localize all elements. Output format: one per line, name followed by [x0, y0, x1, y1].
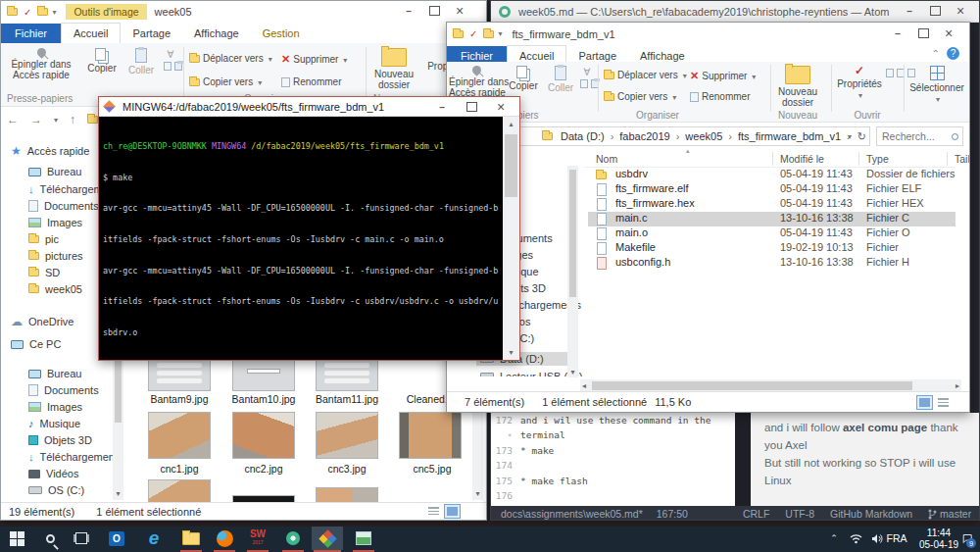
paste-button[interactable]: Coller: [543, 66, 578, 93]
file-label[interactable]: cnc2.jpg: [224, 463, 303, 475]
sidebar-onedrive[interactable]: ☁OneDrive: [11, 315, 74, 328]
move-to-button[interactable]: Déplacer vers: [604, 70, 687, 80]
column-header-taille[interactable]: Taille: [955, 153, 970, 165]
minimize-button[interactable]: [427, 97, 457, 117]
sidebar-pc-telechargements[interactable]: ↓Téléchargements: [28, 451, 123, 463]
tab-fichier[interactable]: Fichier: [1, 24, 61, 43]
file-label[interactable]: Bantam9.jpg: [140, 393, 219, 405]
breadcrumb-fts-firmware[interactable]: fts_firmware_bdm_v1: [738, 130, 841, 142]
scroll-up-icon[interactable]: ▴: [503, 120, 519, 128]
sidebar-ce-pc[interactable]: Ce PC: [11, 338, 61, 350]
minimize-button[interactable]: [396, 1, 421, 21]
qat-dropdown-icon[interactable]: ▾: [498, 29, 502, 38]
file-label[interactable]: Bantam11.jpg: [308, 393, 386, 405]
file-label[interactable]: Bantam10.jpg: [224, 393, 303, 405]
open-small-buttons[interactable]: [886, 67, 900, 79]
maximize-button[interactable]: [922, 1, 948, 21]
qat-check-icon[interactable]: ✓: [469, 28, 477, 39]
taskbar-atom[interactable]: [278, 527, 308, 550]
scroll-down-icon[interactable]: ▾: [503, 348, 519, 357]
tab-gestion[interactable]: Gestion: [251, 24, 312, 43]
pane-divider[interactable]: [735, 413, 751, 506]
qat-dropdown-icon[interactable]: ▾: [52, 8, 56, 17]
maximize-button[interactable]: [910, 24, 936, 43]
sidebar-item-week05[interactable]: week05: [28, 283, 82, 295]
sidebar-pc-objets3d[interactable]: Objets 3D: [28, 434, 92, 446]
file-row-elf[interactable]: fts_firmware.elf 05-04-19 11:43 Fichier …: [584, 182, 956, 197]
delete-button[interactable]: ✕Supprimer: [281, 53, 347, 66]
taskbar-solidworks[interactable]: SW 2017: [243, 527, 272, 550]
sidebar-item-bureau[interactable]: Bureau: [28, 166, 81, 177]
select-button[interactable]: Sélectionner: [907, 66, 966, 105]
terminal-scrollbar[interactable]: ▴ ▾: [503, 117, 519, 360]
properties-button[interactable]: ✓ Propriétés: [835, 66, 884, 101]
minimize-button[interactable]: [885, 24, 910, 43]
sidebar-item-images[interactable]: Images: [28, 217, 82, 228]
close-button[interactable]: [486, 97, 515, 117]
help-icon[interactable]: ?: [947, 47, 959, 60]
sidebar-pc-documents[interactable]: Documents: [28, 384, 99, 396]
view-list-icon[interactable]: [425, 504, 442, 519]
copy-button[interactable]: Copier: [81, 48, 122, 74]
file-row-main-o[interactable]: main.o 05-04-19 11:43 Fichier O: [584, 226, 956, 241]
tab-partage[interactable]: Partage: [121, 24, 182, 43]
clipboard-small-buttons[interactable]: ∀: [164, 49, 177, 73]
sidebar-item-sd[interactable]: SD: [28, 267, 60, 278]
editor-pane[interactable]: 172and i wil use these command in the •t…: [491, 413, 735, 506]
paste-shortcut-icon[interactable]: [174, 62, 182, 71]
status-cursor-position[interactable]: 167:50: [657, 508, 688, 520]
column-header-nom[interactable]: Nom: [596, 153, 617, 165]
sidebar-pc-videos[interactable]: Vidéos: [28, 468, 78, 479]
status-encoding[interactable]: UTF-8: [785, 508, 814, 520]
delete-button[interactable]: ✕Supprimer: [690, 70, 756, 82]
preview-link[interactable]: axel comu page: [843, 422, 927, 433]
qat-folder-icon[interactable]: [483, 30, 494, 38]
taskbar-firefox[interactable]: [210, 527, 239, 550]
qat-folder-icon[interactable]: [37, 8, 48, 16]
rename-button[interactable]: Renommer: [281, 76, 341, 87]
file-row-usbdrv[interactable]: usbdrv 05-04-19 11:43 Dossier de fichier…: [584, 168, 956, 182]
scroll-down-icon[interactable]: ▾: [113, 489, 123, 498]
search-input[interactable]: [882, 130, 947, 142]
terminal-output[interactable]: ch_re@DESKTOP-9OBNMKK MINGW64 /d/fabac20…: [99, 117, 503, 360]
rename-button[interactable]: Renommer: [690, 91, 750, 102]
recent-locations-icon[interactable]: ▾: [54, 116, 58, 125]
minimize-button[interactable]: [897, 1, 922, 21]
file-row-makefile[interactable]: Makefile 19-02-19 10:13 Fichier: [584, 241, 956, 256]
column-header-type[interactable]: Type: [866, 153, 889, 165]
sidebar-pc-musique[interactable]: ♪Musique: [28, 418, 80, 429]
search-button[interactable]: [35, 527, 65, 550]
maximize-button[interactable]: [457, 97, 486, 117]
forward-icon[interactable]: →: [30, 113, 42, 126]
tab-affichage[interactable]: Affichage: [182, 24, 251, 43]
qat-check-icon[interactable]: ✓: [24, 7, 31, 18]
scroll-left-icon[interactable]: ◂: [582, 381, 586, 390]
file-label[interactable]: cnc5.jpg: [393, 463, 470, 475]
thumbnail-partial[interactable]: [232, 495, 295, 502]
sidebar-item-documents[interactable]: Documents: [28, 200, 99, 212]
file-row-usbconfig-h[interactable]: usbconfig.h 13-10-16 13:38 Fichier H: [584, 256, 956, 271]
thumbnail-cnc5[interactable]: [399, 412, 462, 459]
column-header-modifie[interactable]: Modifié le: [780, 153, 824, 165]
clipboard-small-buttons[interactable]: ∀: [580, 67, 594, 90]
file-row-hex[interactable]: fts_firmware.hex 05-04-19 11:43 Fichier …: [584, 197, 956, 212]
scroll-down-icon[interactable]: ▾: [472, 489, 483, 498]
search-box[interactable]: [876, 126, 963, 146]
sidebar-item-pictures[interactable]: pictures: [28, 250, 83, 262]
up-icon[interactable]: ↑: [70, 113, 75, 126]
thumbnail-cnc3[interactable]: [316, 412, 378, 459]
paste-button[interactable]: Coller: [122, 48, 160, 75]
sidebar-pc-images[interactable]: Images: [28, 401, 82, 413]
thumbnail-partial[interactable]: [148, 479, 211, 502]
taskbar-explorer[interactable]: [176, 527, 206, 550]
status-eol[interactable]: CRLF: [743, 508, 769, 520]
task-view-button[interactable]: [67, 527, 96, 550]
tray-language[interactable]: FRA: [880, 527, 913, 550]
close-button[interactable]: [948, 1, 973, 21]
tab-accueil[interactable]: Accueil: [61, 23, 121, 43]
view-details-icon[interactable]: [916, 395, 933, 410]
close-button[interactable]: [447, 1, 472, 21]
view-thumbnails-icon[interactable]: [444, 504, 461, 519]
copy-to-button[interactable]: Copier vers: [604, 91, 676, 102]
cut-icon[interactable]: ∀: [164, 49, 177, 60]
